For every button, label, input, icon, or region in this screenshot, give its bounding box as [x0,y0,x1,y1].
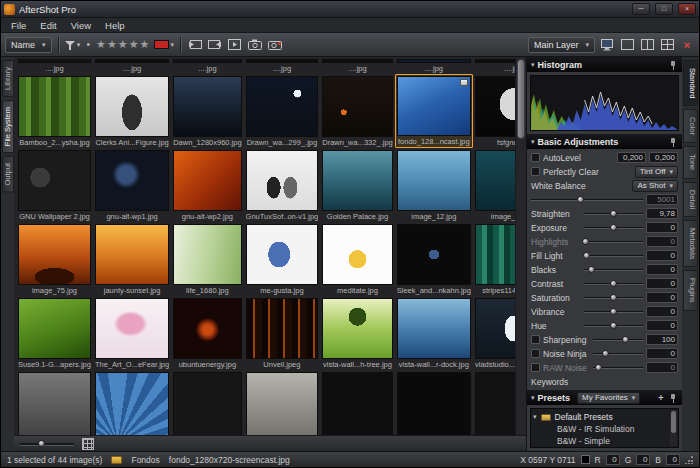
thumbnail-size-slider[interactable] [20,439,74,448]
value-box[interactable]: 0 [646,348,678,359]
pin-icon[interactable] [669,60,678,70]
perfectly-clear-checkbox[interactable] [531,167,540,176]
thumbnail-cell[interactable] [171,370,243,435]
presets-scrollbar[interactable] [670,410,677,446]
histogram-header[interactable]: ▾ Histogram [527,57,682,72]
star-icon[interactable]: ★ [140,38,151,50]
filter-dropdown[interactable]: ▾ [65,36,81,54]
value-box[interactable]: 0 [646,264,678,275]
value-box[interactable]: 9,78 [646,208,678,219]
tree-expand-icon[interactable]: ▾ [533,413,537,421]
slider-knob[interactable] [610,308,617,315]
thumbnail-cell[interactable]: meditate.jpg [320,222,394,296]
thumbnail-cell[interactable]: The_Art_O...eFear.jpg [93,296,171,370]
layout-single-button[interactable] [619,36,635,54]
title-bar[interactable]: AfterShot Pro ─ □ × [1,1,699,18]
value-box[interactable]: 0,200 [649,152,678,163]
thumbnail-cell[interactable]: Drawn_wa...332_.jpg [320,74,394,148]
thumbnail-cell[interactable]: GNU Wallpaper 2.jpg [16,148,93,222]
thumbnail-cell[interactable]: me-gusta.jpg [244,222,321,296]
thumbnail-cell[interactable] [395,370,473,435]
layout-split-button[interactable] [639,36,655,54]
value-box[interactable]: 0 [646,250,678,261]
thumbnail-cell[interactable]: ....jpg [93,57,171,74]
left-tab-library[interactable]: Library [2,60,14,97]
slider-knob[interactable] [595,364,602,371]
thumbnail-cell[interactable]: image_75.jpg [16,222,93,296]
scrollbar-thumb[interactable] [517,59,525,139]
menu-edit[interactable]: Edit [33,20,63,31]
thumbnail-cell[interactable]: ubuntuenergy.jpg [171,296,243,370]
thumbnail-cell[interactable]: vista-wall...r-dock.jpg [395,296,473,370]
slider-contrast[interactable] [584,279,643,288]
slider-saturation[interactable] [584,293,643,302]
left-tab-output[interactable]: Output [2,156,14,193]
slider-knob[interactable] [582,238,589,245]
layer-dropdown[interactable]: Main Layer ▾ [528,37,595,53]
slider-knob[interactable] [610,322,617,329]
right-tab-tone[interactable]: Tone [683,146,698,178]
value-box[interactable]: 0 [646,278,678,289]
thumbnail-cell[interactable]: Dawn_1280x960.jpg [171,74,243,148]
layout-grid-button[interactable] [659,36,675,54]
thumbnail-cell[interactable]: Drawn_wa...299_.jpg [244,74,321,148]
value-box[interactable]: 0 [646,292,678,303]
basic-adjustments-header[interactable]: ▾ Basic Adjustments [527,134,682,149]
value-box[interactable]: 0,200 [617,152,646,163]
thumbnail-cell[interactable]: ....jpg [320,57,394,74]
resize-grip[interactable] [685,456,693,464]
thumbnail-cell[interactable] [244,370,321,435]
perfectly-clear-dropdown[interactable]: Tint Off▾ [635,166,678,178]
maximize-button[interactable]: □ [655,3,673,15]
slider-noise-ninja[interactable] [593,349,643,358]
slider-blacks[interactable] [584,265,643,274]
autolevel-checkbox[interactable] [531,153,540,162]
slider-knob[interactable] [610,294,617,301]
star-icon[interactable]: ★ [129,38,140,50]
slider-highlights[interactable] [584,237,643,246]
thumbnail-cell[interactable] [16,370,93,435]
pin-icon[interactable] [669,393,678,403]
noise-ninja-checkbox[interactable] [531,349,540,358]
thumbnail-cell[interactable]: vista-wall...h-tree.jpg [320,296,394,370]
add-preset-button[interactable]: + [656,393,666,403]
slider-knob[interactable] [610,224,617,231]
thumbnail-cell[interactable]: Unveil.jpeg [244,296,321,370]
thumbnail-cell[interactable]: Sleek_and...nkahn.jpg [395,222,473,296]
camera-button[interactable] [247,36,263,54]
slider-vibrance[interactable] [584,307,643,316]
slider-knob[interactable] [577,196,584,203]
thumbnail-cell[interactable]: Golden Palace.jpg [320,148,394,222]
slider-raw-noise[interactable] [593,363,643,372]
slider-knob[interactable] [583,252,590,259]
thumbnail-cell[interactable]: Suse9.1-G...apers.jpg [16,296,93,370]
star-rating-filter[interactable]: ★★★★★ [96,38,150,51]
preset-item-b-w-ir-simulation[interactable]: B&W - IR Simulation [533,423,676,435]
white-balance-dropdown[interactable]: As Shot▾ [632,180,678,192]
presets-header[interactable]: ▾ Presets My Favorites ▾ + [527,390,682,405]
value-box[interactable]: 0 [646,222,678,233]
thumbnail-cell[interactable]: gnu-alt-wp2.jpg [171,148,243,222]
raw-noise-checkbox[interactable] [531,363,540,372]
pin-icon[interactable] [669,137,678,147]
left-tab-file-system[interactable]: File System [2,100,14,153]
thumbnail-cell[interactable]: ....jpg [16,57,93,74]
menu-file[interactable]: File [4,20,33,31]
value-box[interactable]: 5001 [646,194,678,205]
thumbnail-cell[interactable]: ....jpg [244,57,321,74]
menu-view[interactable]: View [64,20,98,31]
slider-sharpening[interactable] [593,335,643,344]
previous-image-button[interactable] [187,36,203,54]
right-tab-detail[interactable]: Detail [683,182,698,217]
tethered-capture-button[interactable] [267,36,283,54]
thumbnail-cell[interactable]: GnuTuxSof..on-v1.jpg [244,148,321,222]
slider-exposure[interactable] [584,223,643,232]
current-folder[interactable]: Fondos [131,455,159,465]
thumbnail-cell[interactable]: ....jpg [171,57,243,74]
thumbnail-cell[interactable] [320,370,394,435]
star-icon[interactable]: ★ [96,38,107,50]
menu-help[interactable]: Help [98,20,132,31]
no-rating-dot-icon[interactable]: • [85,39,93,50]
preset-folder-row[interactable]: ▾Default Presets [533,411,676,423]
close-view-button[interactable]: × [679,36,695,54]
